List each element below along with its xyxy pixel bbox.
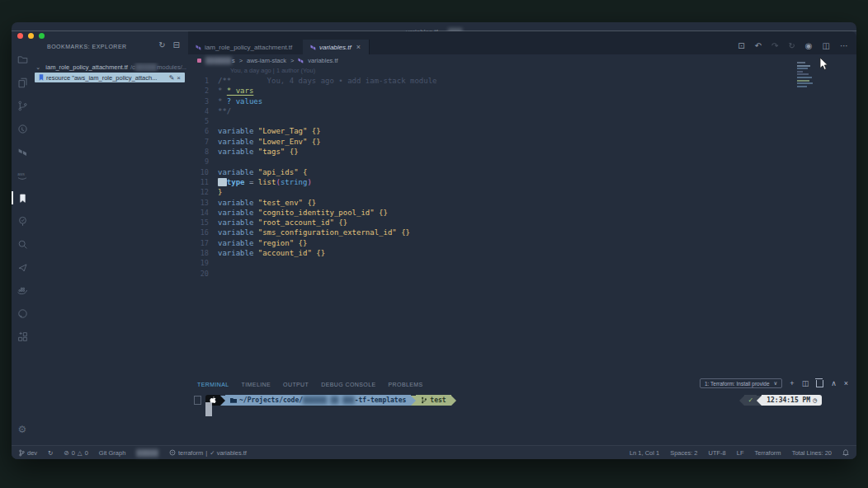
minimize-window-button[interactable] [28, 33, 34, 39]
code-line[interactable]: 17variable "region" {} [188, 238, 856, 248]
notifications-bell-icon[interactable] [842, 449, 849, 457]
total-lines[interactable]: Total Lines: 20 [792, 449, 832, 457]
split-editor-icon[interactable]: ◫ [823, 41, 830, 50]
close-tab-icon[interactable]: × [356, 43, 361, 51]
code-line[interactable]: 6variable "Lower_Tag" {} [188, 126, 856, 136]
terraform-provider-icon[interactable] [12, 143, 33, 160]
title-bar[interactable]: variables.tf — ███ [12, 22, 856, 31]
code-line[interactable]: 16variable "sms_configuration_external_i… [188, 228, 856, 237]
git-graph-button[interactable]: Git Graph [99, 449, 126, 457]
terminal-session-dropdown[interactable]: 1: Terraform: Install provide ∨ [700, 378, 782, 388]
kill-terminal-icon[interactable] [816, 380, 823, 387]
code-line[interactable]: 1/** You, 4 days ago • add iam-stack mod… [188, 76, 856, 86]
bookmark-entry-selected[interactable]: resource "aws_iam_role_policy_attach... … [35, 73, 185, 82]
code-line[interactable]: 19 [188, 258, 856, 268]
open-changes-icon[interactable]: ⊡ [738, 41, 744, 50]
sync-icon[interactable]: ↻ [788, 41, 795, 50]
search-icon[interactable] [12, 236, 33, 252]
settings-gear-icon[interactable]: ⚙ [12, 424, 33, 435]
close-panel-icon[interactable]: × [844, 379, 848, 387]
breadcrumb-separator: > [290, 57, 294, 64]
terraform-file-icon [310, 45, 316, 50]
eol-sequence[interactable]: LF [737, 449, 744, 457]
tab-label: iam_role_policy_attachment.tf [205, 44, 292, 51]
branch-indicator[interactable]: dev [19, 449, 37, 457]
cwd-path: ~/Projects/code/ [239, 396, 303, 404]
terminal-prompt[interactable]: ~/Projects/code/██████ ██ ███-tf-templat… [194, 395, 456, 406]
tab-variables-tf[interactable]: variables.tf × [303, 40, 370, 54]
forward-icon[interactable]: ↷ [771, 41, 778, 50]
bookmarks-icon[interactable] [12, 190, 33, 206]
run-request-icon[interactable] [12, 259, 33, 275]
close-window-button[interactable] [17, 33, 23, 39]
explorer-icon[interactable] [12, 51, 33, 68]
sync-changes-button[interactable]: ↻ [48, 449, 53, 457]
bookmark-file-item[interactable]: ⌄ iam_role_policy_attachment.tf /c█████m… [35, 63, 186, 72]
code-line[interactable]: 2* * vars [188, 86, 856, 96]
maximize-panel-icon[interactable]: ∧ [831, 379, 837, 387]
bookmark-file-path-redacted: █████ [135, 63, 158, 71]
line-number: 7 [188, 137, 218, 147]
split-terminal-icon[interactable]: ◫ [802, 379, 809, 387]
codelens-blame[interactable]: You, a day ago | 1 author (You) [188, 66, 856, 76]
tab-iam-role-policy-attachment[interactable]: iam_role_policy_attachment.tf [188, 40, 304, 54]
cursor-position[interactable]: Ln 1, Col 1 [630, 449, 659, 457]
edit-bookmark-icon[interactable]: ✎ [169, 74, 175, 82]
code-editor[interactable]: You, a day ago | 1 author (You) 1/** You… [188, 66, 856, 378]
copy-files-icon[interactable] [12, 74, 33, 91]
source-control-icon[interactable] [12, 97, 33, 114]
code-line[interactable]: 4**/ [188, 106, 856, 116]
remove-bookmark-icon[interactable]: × [177, 74, 181, 82]
minimap[interactable] [797, 62, 817, 93]
tab-timeline[interactable]: TIMELINE [242, 382, 271, 387]
more-actions-icon[interactable]: ⋯ [840, 41, 848, 50]
extensions-icon[interactable] [12, 328, 33, 345]
github-icon[interactable] [12, 305, 33, 321]
svg-text:aws: aws [17, 172, 25, 176]
collapse-all-icon[interactable]: ⊟ [173, 40, 180, 49]
new-terminal-icon[interactable]: + [790, 379, 794, 387]
indentation[interactable]: Spaces: 2 [670, 449, 697, 457]
approvals-icon[interactable] [12, 213, 33, 229]
zoom-window-button[interactable] [39, 33, 45, 39]
language-mode[interactable]: Terraform [755, 449, 781, 457]
code-line[interactable]: 7variable "Lower_Env" {} [188, 137, 856, 147]
code-line[interactable]: 11 type = list(string) [188, 177, 856, 187]
breadcrumb[interactable]: ██████s > aws-iam-stack > variables.tf [188, 55, 856, 66]
tab-output[interactable]: OUTPUT [283, 382, 309, 387]
git-branch-icon [19, 449, 25, 457]
language-server-status[interactable]: terraform | ✓ variables.tf [169, 449, 247, 457]
problems-indicator[interactable]: ⊘0 △0 [64, 449, 87, 457]
git-branch-icon [421, 396, 427, 404]
code-line[interactable]: 15variable "root_account_id" {} [188, 218, 856, 228]
run-icon[interactable]: ◉ [805, 41, 813, 50]
code-line[interactable]: 12} [188, 187, 856, 197]
aws-icon[interactable]: aws [12, 167, 33, 183]
code-line[interactable]: 18variable "account_id" {} [188, 248, 856, 258]
warning-icon: △ [78, 449, 83, 457]
back-icon[interactable]: ↶ [755, 41, 762, 50]
code-line[interactable]: 8variable "tags" {} [188, 147, 856, 157]
code-line[interactable]: 9 [188, 157, 856, 167]
encoding[interactable]: UTF-8 [709, 449, 726, 457]
refresh-icon[interactable]: ↻ [158, 40, 165, 49]
breadcrumb-root[interactable]: s [232, 57, 235, 64]
tab-debug-console[interactable]: DEBUG CONSOLE [321, 382, 375, 387]
tab-terminal[interactable]: TERMINAL [197, 382, 229, 387]
breadcrumb-folder[interactable]: aws-iam-stack [247, 57, 286, 64]
terminal-cursor [205, 402, 212, 416]
tab-problems[interactable]: PROBLEMS [389, 382, 423, 387]
code-line[interactable]: 5 [188, 116, 856, 126]
git-segment: test [416, 395, 451, 406]
code-line[interactable]: 3* ? values [188, 96, 856, 106]
code-line[interactable]: 13variable "test_env" {} [188, 198, 856, 208]
terminal-session-label: 1: Terraform: Install provide [705, 381, 770, 387]
code-line[interactable]: 14variable "cognito_identity_pool_id" {} [188, 208, 856, 218]
code-line[interactable]: 10variable "api_ids" { [188, 167, 856, 177]
line-number: 18 [188, 248, 218, 258]
docker-icon[interactable] [12, 282, 33, 298]
code-line[interactable]: 20 [188, 269, 856, 279]
breadcrumb-file[interactable]: variables.tf [308, 57, 337, 64]
symbol-icon [197, 59, 201, 63]
debug-icon[interactable] [12, 120, 33, 137]
